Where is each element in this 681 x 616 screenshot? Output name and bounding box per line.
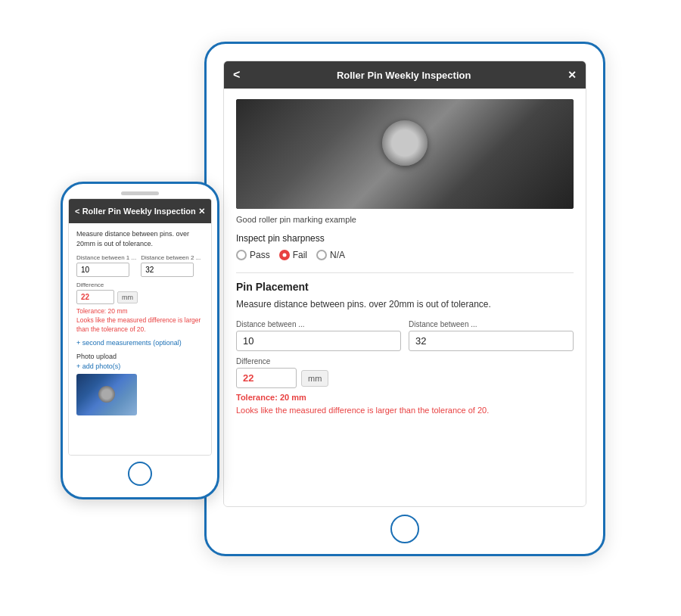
phone-warning: Looks like the measured difference is la… xyxy=(76,316,204,334)
tablet-home-button[interactable] xyxy=(390,515,419,543)
pin-placement-description: Measure distance between pins. over 20mm… xyxy=(236,297,574,311)
phone-diff-label: Difference xyxy=(76,282,204,288)
phone-add-photo-link[interactable]: + add photo(s) xyxy=(76,362,204,370)
phone-photo-upload-label: Photo upload xyxy=(76,353,204,360)
phone-screen: < Roller Pin Weekly Inspection ✕ Measure… xyxy=(68,198,212,456)
phone-distance1-label: Distance between 1 ... xyxy=(76,254,136,261)
tablet-back-button[interactable]: < xyxy=(233,68,240,82)
phone-content-area: Measure distance between pins. over 20mm… xyxy=(69,223,211,455)
phone-distance2-label: Distance between 2 ... xyxy=(141,254,201,261)
radio-pass[interactable]: Pass xyxy=(236,250,270,260)
phone-tolerance: Tolerance: 20 mm xyxy=(76,307,204,315)
phone-description: Measure distance between pins. over 20mm… xyxy=(76,229,204,248)
phone-second-measurements-link[interactable]: + second measurements (optional) xyxy=(76,339,204,347)
phone-diff-wrapper: mm xyxy=(76,290,204,304)
phone-home-button[interactable] xyxy=(128,462,152,486)
phone-back-button[interactable]: < xyxy=(75,207,79,216)
radio-pass-label: Pass xyxy=(250,250,270,260)
radio-na-label: N/A xyxy=(330,250,345,260)
phone-unit: mm xyxy=(117,291,138,303)
image-caption: Good roller pin marking example xyxy=(236,215,574,224)
phone-photo-thumbnail xyxy=(76,374,137,415)
radio-group-sharpness: Pass Fail N/A xyxy=(236,250,574,260)
distance2-group: Distance between ... xyxy=(409,320,574,351)
distance-inputs-row: Distance between ... Distance between ..… xyxy=(236,320,574,351)
phone-diff-input[interactable] xyxy=(76,290,114,304)
tablet-device: < Roller Pin Weekly Inspection ✕ Good ro… xyxy=(204,42,605,556)
tolerance-value: 20 xyxy=(280,393,289,402)
phone-distance2-group: Distance between 2 ... xyxy=(141,254,201,277)
distance1-input[interactable] xyxy=(236,331,401,351)
phone-app-header: < Roller Pin Weekly Inspection ✕ xyxy=(69,199,211,223)
distance1-label: Distance between ... xyxy=(236,320,401,328)
distance2-label: Distance between ... xyxy=(409,320,574,328)
divider-1 xyxy=(236,272,574,273)
phone-distance1-group: Distance between 1 ... xyxy=(76,254,136,277)
difference-input-wrapper: mm xyxy=(236,368,574,388)
radio-na[interactable]: N/A xyxy=(316,250,345,260)
tablet-close-button[interactable]: ✕ xyxy=(568,69,577,81)
unit-badge: mm xyxy=(301,370,328,387)
phone-speaker xyxy=(121,191,159,195)
radio-na-circle xyxy=(316,250,327,260)
phone-close-button[interactable]: ✕ xyxy=(198,207,205,216)
difference-input[interactable] xyxy=(236,368,297,388)
difference-label: Difference xyxy=(236,357,574,366)
tablet-app-header: < Roller Pin Weekly Inspection ✕ xyxy=(224,61,586,89)
tablet-content-area: Good roller pin marking example Inspect … xyxy=(224,89,586,506)
phone-device: < Roller Pin Weekly Inspection ✕ Measure… xyxy=(61,182,219,499)
distance1-group: Distance between ... xyxy=(236,320,401,351)
difference-row: Difference mm xyxy=(236,357,574,388)
distance2-input[interactable] xyxy=(409,331,574,351)
radio-pass-circle xyxy=(236,250,247,260)
phone-title: Roller Pin Weekly Inspection xyxy=(82,207,196,216)
radio-fail[interactable]: Fail xyxy=(279,250,307,260)
radio-fail-label: Fail xyxy=(293,250,307,260)
phone-distance2-input[interactable] xyxy=(141,263,194,277)
radio-fail-circle xyxy=(279,250,290,260)
phone-distance-row: Distance between 1 ... Distance between … xyxy=(76,254,204,277)
phone-distance1-input[interactable] xyxy=(76,263,129,277)
warning-text: Looks like the measured difference is la… xyxy=(236,405,574,416)
tablet-title: Roller Pin Weekly Inspection xyxy=(337,70,471,81)
tolerance-text: Tolerance: 20 mm xyxy=(236,393,574,402)
inspect-label: Inspect pin sharpness xyxy=(236,233,574,244)
section-title-pin-placement: Pin Placement xyxy=(236,281,574,293)
machinery-image xyxy=(236,99,574,209)
tablet-screen: < Roller Pin Weekly Inspection ✕ Good ro… xyxy=(223,61,586,507)
